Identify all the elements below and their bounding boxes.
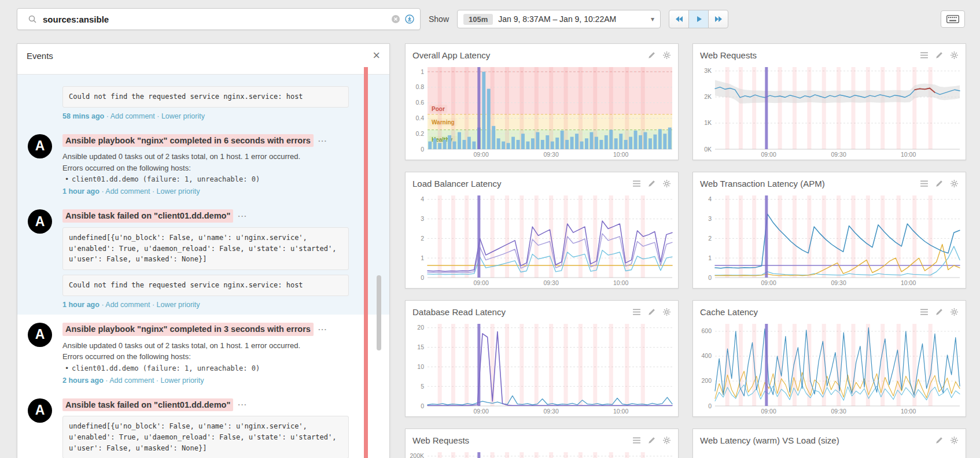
edit-icon[interactable] [647, 51, 656, 60]
settings-icon[interactable] [950, 51, 959, 60]
chart-plot[interactable]: 0K100K200K09:0009:3010:00 [407, 449, 676, 458]
settings-icon[interactable] [662, 436, 671, 445]
settings-icon[interactable] [950, 308, 959, 316]
chart-widget-header: Web Requests [693, 44, 966, 64]
chart-plot[interactable]: 0123409:0009:3010:00 [694, 192, 963, 287]
event-title: Ansible playbook "nginx" completed in 3 … [62, 323, 349, 336]
chart-widget: Overall App Latency00.20.40.60.81Healthy… [405, 43, 679, 160]
close-icon[interactable]: × [373, 49, 380, 62]
svg-text:0: 0 [708, 274, 712, 281]
svg-text:09:00: 09:00 [473, 151, 488, 158]
time-range-select[interactable]: 105m Jan 9, 8:37AM – Jan 9, 10:22AM ▾ [457, 10, 661, 28]
event-footer: 1 hour ago · Add comment · Lower priorit… [62, 187, 349, 195]
svg-text:0.4: 0.4 [415, 114, 424, 121]
edit-icon[interactable] [935, 436, 944, 445]
svg-text:400: 400 [701, 352, 712, 359]
skip-forward-button[interactable] [708, 10, 728, 28]
event-footer: 1 hour ago · Add comment · Lower priorit… [62, 301, 349, 309]
settings-icon[interactable] [950, 179, 959, 188]
chart-widget: Web Latency (warm) VS Load (size) [692, 429, 966, 458]
list-icon[interactable] [920, 51, 929, 60]
time-range-text: Jan 9, 8:37AM – Jan 9, 10:22AM [498, 14, 646, 24]
svg-text:09:00: 09:00 [473, 279, 488, 286]
event-title: Ansible playbook "nginx" completed in 6 … [62, 134, 349, 147]
event-menu-icon[interactable]: ··· [318, 136, 327, 145]
skip-back-button[interactable] [669, 10, 689, 28]
edit-icon[interactable] [935, 308, 944, 316]
chart-widget-header: Web Latency (warm) VS Load (size) [693, 429, 966, 449]
settings-icon[interactable] [662, 308, 671, 316]
export-icon[interactable] [405, 14, 414, 24]
search-input[interactable] [42, 14, 386, 25]
svg-text:10:00: 10:00 [613, 279, 628, 286]
event-action-lower-priority[interactable]: Lower priority [161, 112, 205, 120]
chart-plot[interactable]: 0510152009:0009:3010:00 [407, 320, 676, 415]
settings-icon[interactable] [950, 436, 959, 445]
playback-controls [669, 10, 728, 28]
edit-icon[interactable] [647, 308, 656, 316]
event-timestamp[interactable]: 1 hour ago [62, 187, 100, 195]
edit-icon[interactable] [935, 179, 944, 188]
event-item[interactable]: AAnsible task failed on "client01.dd.dem… [17, 390, 389, 458]
event-action-lower-priority[interactable]: Lower priority [157, 301, 200, 309]
events-scrollbar[interactable] [377, 275, 381, 350]
event-code-block: undefined[{u'no_block': False, u'name': … [62, 227, 349, 270]
event-action-lower-priority[interactable]: Lower priority [161, 376, 204, 385]
svg-text:10:00: 10:00 [901, 151, 916, 158]
svg-text:1: 1 [421, 68, 424, 75]
event-menu-icon[interactable]: ··· [238, 400, 247, 409]
edit-icon[interactable] [647, 179, 656, 188]
chart-widget-header: Web Requests [406, 429, 678, 449]
event-action-lower-priority[interactable]: Lower priority [157, 187, 200, 195]
event-action-add-comment[interactable]: Add comment [110, 112, 155, 120]
chart-widget-header: Web Transaction Latency (APM) [693, 172, 966, 192]
event-menu-icon[interactable]: ··· [238, 212, 247, 220]
play-button[interactable] [688, 10, 709, 28]
search-box[interactable] [17, 8, 421, 30]
list-icon[interactable] [632, 308, 641, 316]
event-timestamp[interactable]: 1 hour ago [62, 301, 100, 309]
svg-text:09:00: 09:00 [761, 151, 776, 158]
list-icon[interactable] [920, 308, 929, 316]
event-action-add-comment[interactable]: Add comment [109, 376, 154, 385]
event-code-block: undefined[{u'no_block': False, u'name': … [62, 416, 349, 458]
chart-plot[interactable]: 00.20.40.60.81HealthyWarningPoor09:0009:… [407, 64, 676, 158]
event-item[interactable]: AAnsible playbook "nginx" completed in 3… [17, 315, 389, 390]
chart-widget-header: Cache Latency [693, 301, 966, 320]
svg-text:2K: 2K [704, 93, 712, 100]
event-title-text[interactable]: Ansible task failed on "client01.dd.demo… [62, 209, 233, 223]
show-label: Show [429, 14, 449, 24]
event-action-add-comment[interactable]: Add comment [105, 187, 150, 195]
event-timestamp[interactable]: 58 mins ago [62, 112, 104, 120]
clear-search-icon[interactable] [391, 14, 400, 24]
event-item[interactable]: AAnsible playbook "nginx" completed in 6… [17, 126, 389, 202]
chart-plot[interactable]: 020040060009:0009:3010:00 [694, 320, 963, 415]
list-icon[interactable] [632, 436, 641, 445]
svg-text:09:30: 09:30 [831, 279, 846, 286]
event-item[interactable]: AAnsible task failed on "client01.dd.dem… [17, 201, 389, 314]
event-title-text[interactable]: Ansible task failed on "client01.dd.demo… [62, 398, 233, 412]
settings-icon[interactable] [662, 51, 671, 60]
keyboard-shortcuts-button[interactable] [941, 10, 965, 28]
event-title-text[interactable]: Ansible playbook "nginx" completed in 3 … [62, 323, 314, 336]
list-icon[interactable] [920, 179, 929, 188]
event-title-text[interactable]: Ansible playbook "nginx" completed in 6 … [62, 134, 314, 147]
chart-plot[interactable] [694, 449, 963, 458]
svg-text:1K: 1K [704, 119, 712, 126]
chart-plot[interactable]: 0K1K2K3K09:0009:3010:00 [694, 64, 963, 158]
edit-icon[interactable] [647, 436, 656, 445]
chart-plot[interactable]: 0123409:0009:3010:00 [407, 192, 676, 287]
list-icon[interactable] [632, 179, 641, 188]
event-item[interactable]: Could not find the requested service ngi… [17, 75, 389, 126]
svg-text:09:30: 09:30 [543, 151, 558, 158]
event-timestamp[interactable]: 2 hours ago [62, 376, 104, 385]
edit-icon[interactable] [935, 51, 944, 60]
chart-widget: Web Requests0K1K2K3K09:0009:3010:00 [692, 43, 966, 160]
svg-text:0K: 0K [704, 146, 712, 153]
event-action-add-comment[interactable]: Add comment [105, 301, 150, 309]
svg-text:0.2: 0.2 [415, 130, 424, 137]
settings-icon[interactable] [662, 179, 671, 188]
svg-text:20: 20 [417, 324, 424, 331]
event-menu-icon[interactable]: ··· [318, 325, 327, 334]
chart-widget: Database Read Latency0510152009:0009:301… [405, 300, 679, 417]
